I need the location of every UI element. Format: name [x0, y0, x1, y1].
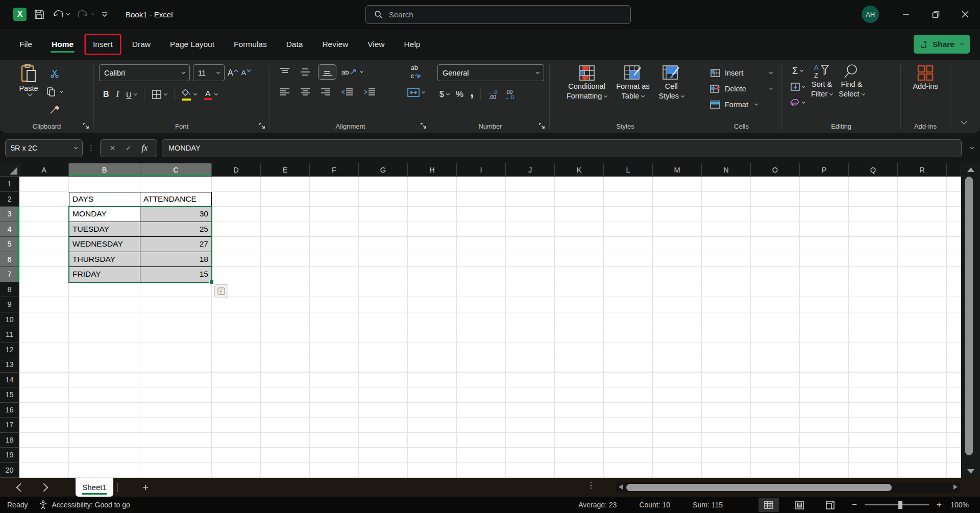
column-header-K[interactable]: K — [555, 163, 604, 177]
cut-button[interactable] — [46, 66, 63, 81]
increase-decimal-button[interactable]: ←.0 .00 — [487, 87, 497, 102]
grid-cell[interactable] — [140, 327, 212, 343]
grid-cell[interactable] — [457, 357, 506, 373]
grid-cell[interactable] — [947, 222, 961, 237]
collapse-ribbon-button[interactable] — [961, 118, 967, 125]
grid-cell[interactable] — [898, 327, 947, 343]
status-count[interactable]: Count: 10 — [639, 501, 670, 509]
grid-cell[interactable] — [604, 237, 653, 252]
grid-cell[interactable] — [19, 448, 69, 463]
grid-cell[interactable] — [555, 387, 604, 403]
grid-cell[interactable] — [457, 373, 506, 388]
grid-cell[interactable] — [604, 297, 653, 312]
excel-logo-icon[interactable]: X — [13, 8, 27, 21]
grid-cell[interactable] — [506, 373, 555, 388]
grid-cell[interactable] — [947, 207, 961, 222]
grid-cell[interactable] — [310, 387, 359, 403]
grid-cell[interactable] — [69, 448, 140, 463]
status-average[interactable]: Average: 23 — [578, 501, 617, 509]
grid-cell[interactable] — [751, 373, 800, 388]
grid-cell[interactable] — [506, 343, 555, 358]
decrease-indent-button[interactable] — [338, 85, 356, 100]
grid-cell[interactable] — [898, 403, 947, 418]
grid-cell[interactable] — [310, 433, 359, 448]
grid-cell[interactable] — [212, 343, 261, 358]
increase-font-size-button[interactable]: A — [228, 65, 238, 81]
name-box-resize-handle[interactable]: ⋮ — [87, 143, 95, 153]
grid-cell[interactable] — [69, 312, 140, 328]
tab-formulas[interactable]: Formulas — [227, 35, 274, 54]
grid-cell[interactable] — [702, 403, 751, 418]
font-name-combo[interactable]: Calibri — [99, 64, 190, 81]
grid-cell[interactable] — [947, 403, 961, 418]
close-button[interactable] — [950, 0, 980, 29]
row-header-19[interactable]: 19 — [0, 448, 19, 463]
grid-cell[interactable] — [898, 463, 947, 478]
column-header-H[interactable]: H — [408, 163, 457, 177]
grid-cell[interactable] — [751, 418, 800, 433]
font-size-combo[interactable]: 11 — [193, 64, 225, 81]
grid-cell[interactable] — [947, 357, 961, 373]
grid-cell[interactable] — [947, 373, 961, 388]
grid-cell[interactable] — [555, 463, 604, 478]
grid-cell[interactable] — [800, 448, 849, 463]
grid-cell[interactable] — [702, 222, 751, 237]
grid-cell[interactable] — [702, 463, 751, 478]
grid-cell[interactable] — [506, 463, 555, 478]
grid-cell[interactable] — [506, 237, 555, 252]
grid-cell[interactable] — [19, 207, 69, 222]
row-header-18[interactable]: 18 — [0, 433, 19, 448]
grid-cell[interactable] — [604, 463, 653, 478]
grid-cell[interactable] — [604, 327, 653, 343]
grid-cell[interactable] — [457, 297, 506, 312]
grid-cell[interactable] — [261, 282, 310, 298]
vertical-scroll-thumb[interactable] — [965, 177, 973, 455]
grid-cell[interactable] — [653, 448, 702, 463]
cell-B5[interactable]: WEDNESDAY — [69, 237, 140, 252]
grid-cell[interactable] — [310, 297, 359, 312]
grid-cell[interactable] — [947, 312, 961, 328]
tab-file[interactable]: File — [12, 35, 39, 54]
grid-cell[interactable] — [261, 387, 310, 403]
grid-cell[interactable] — [261, 433, 310, 448]
grid-cell[interactable] — [310, 373, 359, 388]
number-format-combo[interactable]: General — [437, 64, 544, 81]
grid-cell[interactable] — [140, 282, 212, 298]
grid-cell[interactable] — [408, 207, 457, 222]
fill-button[interactable] — [790, 80, 805, 93]
cell-B3[interactable]: MONDAY — [69, 207, 140, 222]
grid-cell[interactable] — [800, 327, 849, 343]
grid-cell[interactable] — [555, 343, 604, 358]
grid-cell[interactable] — [457, 237, 506, 252]
grid-cell[interactable] — [310, 222, 359, 237]
grid-cell[interactable] — [947, 267, 961, 282]
grid-cell[interactable] — [408, 343, 457, 358]
grid-cell[interactable] — [947, 448, 961, 463]
grid-cell[interactable] — [212, 418, 261, 433]
grid-cell[interactable] — [457, 403, 506, 418]
grid-cell[interactable] — [19, 387, 69, 403]
percent-style-button[interactable]: % — [456, 87, 463, 102]
grid-cell[interactable] — [19, 237, 69, 252]
grid-cell[interactable] — [800, 252, 849, 267]
grid-cell[interactable] — [555, 297, 604, 312]
grid-cell[interactable] — [653, 433, 702, 448]
center-button[interactable] — [298, 85, 313, 100]
grid-cell[interactable] — [359, 343, 408, 358]
grid-cell[interactable] — [19, 222, 69, 237]
grid-cell[interactable] — [653, 267, 702, 282]
grid-cell[interactable] — [506, 387, 555, 403]
select-all-corner[interactable] — [0, 163, 19, 177]
grid-cell[interactable] — [653, 252, 702, 267]
grid-cell[interactable] — [19, 192, 69, 207]
accessibility-status[interactable]: Accessibility: Good to go — [39, 500, 130, 509]
grid-cell[interactable] — [800, 357, 849, 373]
grid-cell[interactable] — [947, 343, 961, 358]
grid-cell[interactable] — [140, 403, 212, 418]
align-right-button[interactable] — [318, 85, 333, 100]
accounting-format-button[interactable]: $ — [439, 87, 449, 102]
cell-C2[interactable]: ATTENDANCE — [140, 192, 212, 207]
cell-C7[interactable]: 15 — [140, 267, 212, 282]
grid-cell[interactable] — [310, 192, 359, 207]
grid-cell[interactable] — [800, 177, 849, 192]
